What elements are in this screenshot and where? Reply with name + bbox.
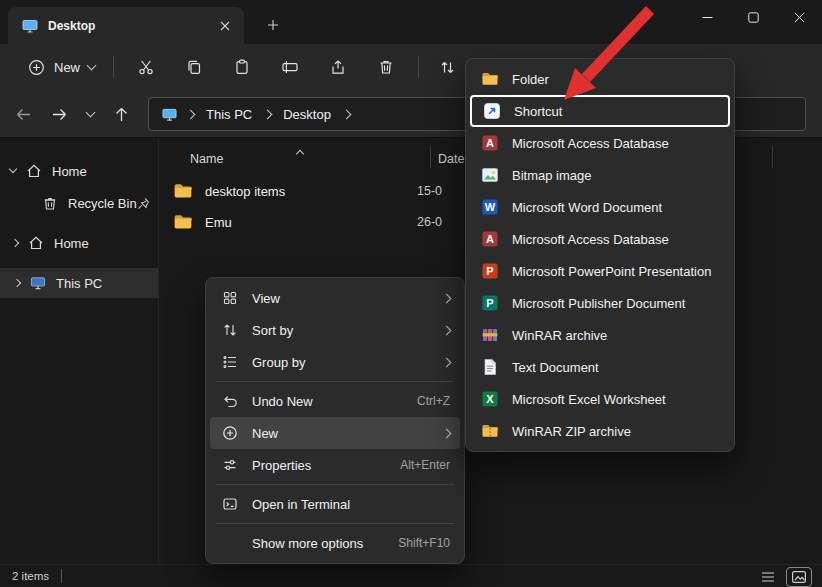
submenu-item-label: Microsoft Access Database [512, 232, 720, 247]
menu-separator [216, 484, 454, 485]
forward-button[interactable] [42, 97, 76, 131]
delete-icon [377, 58, 395, 76]
sort-arrows-icon [220, 322, 240, 338]
svg-text:W: W [485, 201, 496, 213]
submenu-item-folder[interactable]: Folder [470, 63, 730, 95]
breadcrumb-desktop[interactable]: Desktop [279, 105, 335, 124]
new-button[interactable]: New [16, 51, 105, 83]
menu-item-label: Undo New [252, 394, 405, 409]
submenu-item-winrar-archive[interactable]: WinRAR archive [470, 319, 730, 351]
explorer-tab[interactable]: Desktop [8, 7, 244, 44]
recent-locations-button[interactable] [78, 97, 102, 131]
column-header-name[interactable]: Name [190, 152, 223, 166]
sidebar-item-recycle-bin[interactable]: Recycle Bin [0, 188, 158, 218]
submenu-item-winrar-zip-archive[interactable]: WinRAR ZIP archive [470, 415, 730, 447]
undo-icon [220, 393, 240, 409]
sidebar-item-label: This PC [56, 276, 102, 291]
menu-item-label: Properties [252, 458, 388, 473]
sidebar-item-home[interactable]: Home [0, 156, 158, 186]
this-pc-small-icon [159, 107, 179, 122]
winrar-icon [480, 326, 500, 344]
context-menu-item-properties[interactable]: Properties Alt+Enter [210, 449, 460, 481]
column-divider[interactable] [772, 146, 773, 168]
context-menu-item-undo-new[interactable]: Undo New Ctrl+Z [210, 385, 460, 417]
cut-icon [137, 58, 155, 76]
minimize-button[interactable] [684, 0, 730, 34]
menu-item-label: Sort by [252, 323, 431, 338]
details-view-button[interactable] [756, 568, 780, 586]
svg-text:A: A [486, 137, 494, 149]
file-name-label: Emu [205, 215, 417, 230]
cut-button[interactable] [125, 50, 167, 84]
breadcrumb-this-pc[interactable]: This PC [202, 105, 256, 124]
submenu-item-shortcut[interactable]: Shortcut [470, 95, 730, 127]
menu-item-shortcut: Alt+Enter [400, 458, 450, 472]
menu-item-shortcut: Shift+F10 [398, 536, 450, 550]
submenu-item-powerpoint-presentation[interactable]: P Microsoft PowerPoint Presentation [470, 255, 730, 287]
paste-icon [233, 58, 251, 76]
paste-button[interactable] [221, 50, 263, 84]
chevron-right-icon [13, 279, 21, 287]
submenu-item-text-document[interactable]: Text Document [470, 351, 730, 383]
column-header-date[interactable]: Date [438, 152, 464, 166]
sort-arrows-icon [437, 59, 457, 76]
context-menu: View Sort by Group by Undo New Ctrl+Z [205, 277, 465, 564]
chevron-down-icon [9, 165, 17, 173]
submenu-item-word-document[interactable]: W Microsoft Word Document [470, 191, 730, 223]
submenu-item-label: WinRAR ZIP archive [512, 424, 720, 439]
context-menu-item-group-by[interactable]: Group by [210, 346, 460, 378]
svg-text:X: X [486, 393, 494, 405]
up-button[interactable] [104, 97, 138, 131]
column-divider[interactable] [430, 146, 431, 168]
group-list-icon [220, 354, 240, 370]
shortcut-icon [482, 102, 502, 120]
submenu-item-excel-worksheet[interactable]: X Microsoft Excel Worksheet [470, 383, 730, 415]
sidebar-item-label: Home [52, 164, 87, 179]
menu-item-shortcut: Ctrl+Z [417, 394, 450, 408]
submenu-item-access-database[interactable]: A Microsoft Access Database [470, 127, 730, 159]
folder-icon [173, 181, 193, 201]
share-button[interactable] [317, 50, 359, 84]
large-icons-view-button[interactable] [786, 567, 812, 587]
submenu-item-label: Shortcut [514, 104, 718, 119]
menu-item-label: Show more options [252, 536, 386, 551]
submenu-item-label: Bitmap image [512, 168, 720, 183]
menu-item-label: Open in Terminal [252, 497, 450, 512]
context-menu-item-sort-by[interactable]: Sort by [210, 314, 460, 346]
rename-button[interactable] [269, 50, 311, 84]
pin-icon [137, 197, 150, 210]
item-count-label: 2 items [12, 570, 49, 582]
chevron-right-icon [263, 109, 273, 119]
maximize-button[interactable] [730, 0, 776, 34]
context-menu-item-open-in-terminal[interactable]: Open in Terminal [210, 488, 460, 520]
context-menu-item-new[interactable]: New [210, 417, 460, 449]
delete-button[interactable] [365, 50, 407, 84]
submenu-item-publisher-document[interactable]: P Microsoft Publisher Document [470, 287, 730, 319]
back-button[interactable] [6, 97, 40, 131]
new-tab-button[interactable] [260, 12, 286, 38]
chevron-right-icon [341, 109, 351, 119]
context-menu-item-view[interactable]: View [210, 282, 460, 314]
submenu-item-access-database-2[interactable]: A Microsoft Access Database [470, 223, 730, 255]
chevron-right-icon [186, 109, 196, 119]
chevron-right-icon [442, 325, 452, 335]
chevron-down-icon [87, 60, 97, 70]
chevron-right-icon [442, 428, 452, 438]
submenu-item-label: Microsoft Excel Worksheet [512, 392, 720, 407]
monitor-icon [28, 275, 48, 291]
sidebar-item-home-2[interactable]: Home [0, 228, 158, 258]
tab-close-icon[interactable] [212, 13, 238, 39]
sidebar-item-this-pc[interactable]: This PC [0, 268, 158, 298]
toolbar-divider [418, 56, 419, 78]
toolbar-divider [113, 56, 114, 78]
submenu-item-label: Microsoft PowerPoint Presentation [512, 264, 720, 279]
context-menu-item-show-more-options[interactable]: Show more options Shift+F10 [210, 527, 460, 559]
new-button-label: New [54, 60, 80, 75]
file-explorer-window: Desktop New [0, 0, 822, 587]
text-doc-icon [480, 358, 500, 376]
menu-separator [216, 523, 454, 524]
copy-button[interactable] [173, 50, 215, 84]
submenu-item-bitmap-image[interactable]: Bitmap image [470, 159, 730, 191]
close-button[interactable] [776, 0, 822, 34]
copy-icon [185, 58, 203, 76]
